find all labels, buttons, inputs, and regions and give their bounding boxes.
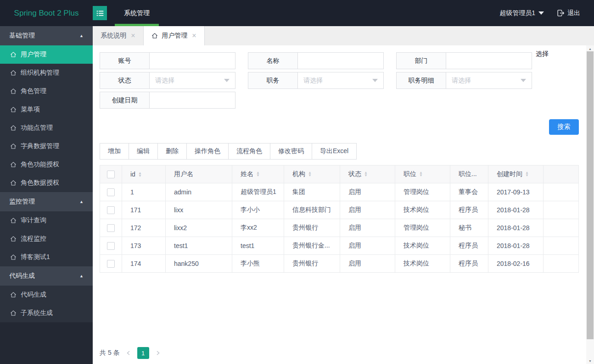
field-select[interactable]: 请选择: [446, 72, 532, 88]
close-icon[interactable]: ×: [192, 32, 196, 39]
sidebar-item[interactable]: 角色管理: [0, 82, 93, 100]
table-row[interactable]: 1admin超级管理员1集团启用管理岗位董事会2017-09-13: [100, 183, 579, 201]
sidebar-item[interactable]: 功能点管理: [0, 119, 93, 137]
hamburger-icon: [95, 8, 105, 18]
sidebar-item[interactable]: 用户管理: [0, 45, 93, 64]
toolbar-button[interactable]: 修改密码: [270, 143, 312, 160]
toolbar-button[interactable]: 删除: [157, 143, 187, 160]
field-input[interactable]: [150, 92, 235, 108]
form-field: 职务请选择: [248, 72, 384, 89]
field-input[interactable]: [298, 53, 383, 69]
sidebar-section-header[interactable]: 基础管理▲: [0, 26, 93, 45]
column-header-label: 用户名: [174, 170, 193, 177]
menu-toggle-button[interactable]: [93, 6, 107, 20]
sort-icon[interactable]: ▲▼: [138, 172, 142, 177]
table-row[interactable]: 172lixx2李xx2贵州银行启用管理岗位秘书2018-01-28: [100, 219, 579, 237]
column-header[interactable]: 状态▲▼: [340, 165, 395, 183]
sidebar-item[interactable]: 流程监控: [0, 230, 93, 248]
row-checkbox[interactable]: [107, 260, 115, 268]
sort-icon[interactable]: ▲▼: [256, 171, 260, 177]
field-label: 职务: [248, 72, 298, 88]
row-empty-cell: [544, 183, 579, 201]
table-cell: 173: [122, 237, 166, 255]
department-choose-link[interactable]: 选择: [536, 50, 549, 58]
column-header[interactable]: 创建时间▲▼: [488, 165, 544, 183]
toolbar-button[interactable]: 流程角色: [228, 143, 270, 160]
table-row[interactable]: 171lixx李小小信息科技部门启用技术岗位程序员2018-01-28: [100, 201, 579, 219]
sidebar-item[interactable]: 角色数据授权: [0, 174, 93, 192]
table-cell: 启用: [340, 183, 395, 201]
scroll-down-button[interactable]: ▼: [586, 358, 594, 364]
prev-page-button[interactable]: [123, 347, 134, 358]
toolbar-button[interactable]: 操作角色: [186, 143, 229, 160]
page-number-button[interactable]: 1: [137, 347, 149, 359]
sort-icon[interactable]: ▲▼: [308, 171, 312, 177]
app-header: Spring Boot 2 Plus 系统管理 超级管理员1 退出: [0, 0, 594, 26]
column-header[interactable]: 机构▲▼: [284, 165, 340, 183]
column-header[interactable]: 姓名▲▼: [232, 165, 284, 183]
next-page-button[interactable]: [153, 347, 163, 358]
field-input[interactable]: [446, 53, 532, 69]
table-cell: 李小熊: [232, 255, 284, 273]
row-empty-cell: [544, 237, 579, 255]
sort-icon[interactable]: ▲▼: [419, 171, 423, 177]
sidebar-item[interactable]: 组织机构管理: [0, 64, 93, 82]
tab-item[interactable]: 系统说明×: [93, 26, 144, 45]
field-select[interactable]: 请选择: [150, 72, 235, 88]
column-header[interactable]: id▲▼: [122, 165, 166, 183]
scrollbar-thumb[interactable]: [587, 51, 594, 339]
sidebar-item[interactable]: 角色功能授权: [0, 155, 93, 174]
tab-item[interactable]: 用户管理×: [144, 26, 205, 45]
table-cell: 信息科技部门: [284, 201, 340, 219]
main-content: 账号名称部门状态请选择职务请选择职务明细请选择创建日期 选择 搜索 增加编辑删除…: [93, 45, 586, 364]
toolbar-button[interactable]: 编辑: [129, 143, 158, 160]
select-all-checkbox[interactable]: [107, 171, 115, 178]
caret-down-icon: [538, 11, 544, 15]
table-cell: 集团: [284, 183, 340, 201]
sidebar-item[interactable]: 字典数据管理: [0, 137, 93, 155]
row-checkbox[interactable]: [107, 224, 115, 232]
table-cell: lixx: [166, 201, 232, 219]
user-dropdown[interactable]: 超级管理员1: [499, 9, 544, 17]
select-placeholder: 请选择: [452, 77, 471, 85]
pagination: 共 5 条 1: [100, 347, 163, 359]
nav-item-system-management[interactable]: 系统管理: [115, 0, 159, 26]
sidebar-section-header[interactable]: 监控管理▲: [0, 192, 93, 211]
table-row[interactable]: 173test1test1贵州银行金...启用技术岗位程序员2018-01-28: [100, 237, 579, 255]
row-checkbox[interactable]: [107, 188, 115, 196]
sidebar-section-label: 代码生成: [9, 272, 35, 280]
sort-icon[interactable]: ▲▼: [364, 171, 368, 177]
table-cell: hank250: [166, 255, 232, 273]
caret-down-icon: [224, 79, 230, 82]
row-checkbox-cell: [100, 201, 122, 219]
row-checkbox[interactable]: [107, 206, 115, 214]
close-icon[interactable]: ×: [131, 32, 135, 39]
sidebar-item[interactable]: 菜单项: [0, 100, 93, 119]
sidebar-item-label: 角色功能授权: [21, 160, 59, 169]
field-input[interactable]: [150, 53, 235, 69]
sidebar-item[interactable]: 子系统生成: [0, 304, 93, 322]
sidebar-item[interactable]: 代码生成: [0, 286, 93, 304]
sort-icon[interactable]: ▲▼: [525, 171, 529, 177]
field-select[interactable]: 请选择: [298, 72, 383, 88]
table-cell: 技术岗位: [395, 255, 450, 273]
form-field: 账号: [100, 52, 235, 69]
sidebar-section-label: 基础管理: [9, 32, 35, 40]
select-placeholder: 请选择: [303, 77, 323, 85]
sidebar-item-label: 角色管理: [21, 87, 46, 95]
logout-button[interactable]: 退出: [557, 9, 580, 17]
table-row[interactable]: 174hank250李小熊贵州银行启用技术岗位程序员2018-02-16: [100, 255, 579, 273]
table-cell: 管理岗位: [395, 219, 450, 237]
select-placeholder: 请选择: [155, 77, 174, 85]
sidebar-item[interactable]: 博客测试1: [0, 248, 93, 266]
search-button[interactable]: 搜索: [549, 119, 579, 135]
sidebar-item[interactable]: 审计查询: [0, 211, 93, 230]
row-checkbox[interactable]: [107, 242, 115, 250]
toolbar-button[interactable]: 增加: [100, 143, 129, 160]
sidebar-section-header[interactable]: 代码生成▲: [0, 266, 93, 286]
user-table-wrap: id▲▼用户名姓名▲▼机构▲▼状态▲▼职位▲▼职位...创建时间▲▼1admin…: [100, 165, 578, 273]
scroll-up-button[interactable]: ▲: [586, 45, 594, 52]
table-cell: 启用: [340, 237, 395, 255]
toolbar-button[interactable]: 导出Excel: [312, 143, 357, 160]
column-header[interactable]: 职位▲▼: [395, 165, 450, 183]
